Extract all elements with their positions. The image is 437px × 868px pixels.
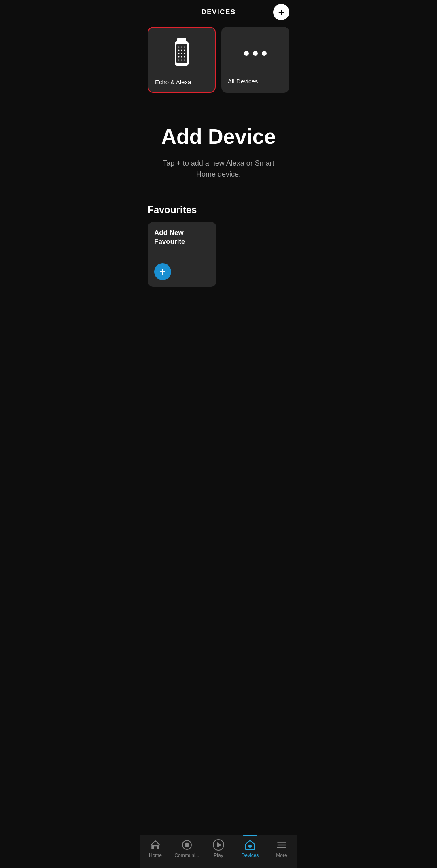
nav-more-label: More [276, 853, 287, 858]
nav-item-play[interactable]: Play [203, 839, 234, 858]
nav-item-more[interactable]: More [266, 839, 297, 858]
echo-device-icon [172, 38, 192, 70]
community-icon [181, 839, 193, 851]
svg-point-14 [184, 56, 185, 58]
nav-community-label: Communi... [174, 853, 199, 858]
add-new-favourite-card[interactable]: Add New Favourite + [148, 222, 216, 287]
plus-icon: + [278, 7, 284, 17]
svg-point-7 [181, 50, 182, 51]
svg-point-16 [181, 60, 182, 61]
add-favourite-plus-icon: + [154, 263, 171, 280]
favourites-section: Favourites Add New Favourite + [140, 200, 297, 295]
echo-alexa-card[interactable]: Echo & Alexa [148, 27, 216, 93]
devices-nav-icon [244, 839, 256, 851]
category-cards-row: Echo & Alexa All Devices [140, 23, 297, 101]
echo-alexa-icon-area [155, 34, 208, 75]
echo-alexa-label: Echo & Alexa [155, 79, 191, 85]
nav-item-home[interactable]: Home [140, 839, 171, 858]
svg-point-6 [178, 50, 180, 51]
svg-point-13 [181, 56, 182, 58]
add-new-favourite-label: Add New Favourite [154, 228, 210, 246]
all-devices-label: All Devices [228, 78, 258, 85]
home-icon [150, 839, 161, 851]
svg-point-10 [181, 53, 182, 54]
nav-devices-label: Devices [242, 853, 259, 858]
more-icon [276, 839, 287, 851]
svg-point-12 [178, 56, 180, 58]
page-title: DEVICES [201, 8, 235, 16]
add-device-subtitle: Tap + to add a new Alexa or Smart Home d… [156, 158, 281, 180]
favourites-title: Favourites [148, 204, 289, 215]
all-devices-card[interactable]: All Devices [221, 27, 289, 93]
add-device-section: Add Device Tap + to add a new Alexa or S… [140, 101, 297, 200]
svg-rect-19 [154, 846, 157, 849]
all-devices-dots-icon [228, 33, 283, 74]
play-icon [213, 839, 224, 851]
nav-item-community[interactable]: Communi... [171, 839, 203, 858]
svg-rect-0 [177, 38, 186, 41]
svg-point-4 [181, 47, 182, 48]
svg-point-9 [178, 53, 180, 54]
bottom-navigation: Home Communi... Play [140, 835, 297, 868]
all-devices-icon-area [228, 33, 283, 74]
page-header: DEVICES + [140, 0, 297, 23]
add-device-title: Add Device [161, 125, 276, 148]
nav-home-label: Home [149, 853, 162, 858]
svg-point-15 [178, 60, 180, 61]
nav-play-label: Play [214, 853, 223, 858]
add-device-button[interactable]: + [273, 4, 289, 20]
nav-item-devices[interactable]: Devices [234, 839, 266, 858]
svg-point-21 [185, 843, 189, 847]
svg-point-11 [184, 53, 185, 54]
svg-point-5 [184, 47, 185, 48]
svg-point-3 [178, 47, 180, 48]
svg-point-8 [184, 50, 185, 51]
svg-marker-23 [217, 842, 222, 847]
svg-point-17 [184, 60, 185, 61]
